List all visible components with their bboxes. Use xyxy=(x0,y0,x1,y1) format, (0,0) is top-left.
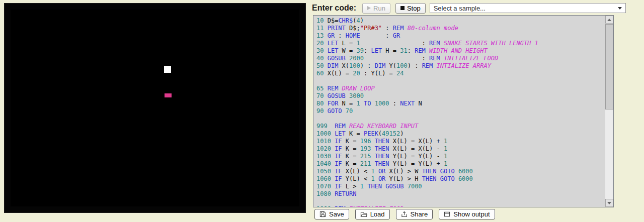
code-line: 1020 IF K = 193 THEN X(L) = X(L) - 1 xyxy=(316,145,605,153)
code-line xyxy=(316,77,605,85)
show-output-button[interactable]: Show output xyxy=(439,209,495,219)
code-text[interactable]: 10 D$=CHR$(4)11 PRINT D$;"PR#3" : REM 80… xyxy=(313,16,605,207)
scroll-down-button[interactable] xyxy=(605,199,613,207)
show-output-button-label: Show output xyxy=(453,210,490,218)
code-line: 70 GOSUB 3000 xyxy=(316,92,605,100)
stop-icon xyxy=(400,6,405,10)
food-cell xyxy=(165,93,172,97)
scroll-down-icon xyxy=(607,202,611,204)
code-line: 1000 LET K = PEEK(49152) xyxy=(316,130,605,138)
code-line: 13 GR : HOME : GR xyxy=(316,32,605,40)
code-line: 60 X(L) = 20 : Y(L) = 24 xyxy=(316,70,605,77)
code-line: 1030 IF K = 215 THEN Y(L) = Y(L) - 1 xyxy=(316,153,605,160)
code-line: 999 REM READ KEYBOARD INPUT xyxy=(316,123,605,130)
save-button[interactable]: Save xyxy=(314,209,349,219)
code-editor[interactable]: 10 D$=CHR$(4)11 PRINT D$;"PR#3" : REM 80… xyxy=(313,15,614,207)
code-line: 1050 IF X(L) < 1 OR X(L) > W THEN GOTO 6… xyxy=(316,168,605,175)
save-button-label: Save xyxy=(329,210,344,218)
chevron-down-icon xyxy=(618,7,622,10)
sample-select-value: Select a sample... xyxy=(434,5,486,12)
code-line xyxy=(316,198,605,205)
code-line: 80 FOR N = 1 TO 1000 : NEXT N xyxy=(316,100,605,107)
share-button[interactable]: Share xyxy=(396,209,433,219)
emulator-screen[interactable] xyxy=(4,3,306,213)
code-line: 30 LET W = 39: LET H = 31: REM WIDTH AND… xyxy=(316,47,605,55)
load-button[interactable]: Load xyxy=(355,209,390,219)
code-line: 1060 IF Y(L) < 1 OR Y(L) > H THEN GOTO 6… xyxy=(316,175,605,183)
share-button-label: Share xyxy=(411,210,428,218)
code-line: 1080 RETURN xyxy=(316,190,605,198)
output-window-icon xyxy=(444,211,450,217)
code-line: 1999 REM INITIALIZE FOOD xyxy=(316,205,605,207)
scrollbar-thumb[interactable] xyxy=(605,24,613,109)
code-line: 90 GOTO 70 xyxy=(316,107,605,115)
save-icon xyxy=(319,211,326,217)
code-line: 1010 IF K = 196 THEN X(L) = X(L) + 1 xyxy=(316,138,605,145)
enter-code-label: Enter code: xyxy=(312,4,356,13)
code-line: 65 REM DRAW LOOP xyxy=(316,85,605,92)
share-icon xyxy=(401,211,408,217)
folder-icon xyxy=(360,211,367,217)
load-button-label: Load xyxy=(370,210,385,218)
code-line: 1070 IF L > 1 THEN GOSUB 7000 xyxy=(316,183,605,190)
scrollbar[interactable] xyxy=(605,16,613,207)
run-button-label: Run xyxy=(373,5,385,12)
scroll-up-button[interactable] xyxy=(605,16,613,24)
snake-cell xyxy=(164,66,171,73)
footer-toolbar: Save Load Share Show output xyxy=(314,209,495,219)
code-line: 20 LET L = 1 : REM SNAKE STARTS WITH LEN… xyxy=(316,40,605,47)
play-icon xyxy=(367,6,371,10)
code-line: 11 PRINT D$;"PR#3" : REM 80-column mode xyxy=(316,25,605,32)
stop-button-label: Stop xyxy=(407,5,421,12)
scroll-up-icon xyxy=(607,19,611,21)
stop-button[interactable]: Stop xyxy=(395,3,426,14)
code-line: 50 DIM X(100) : DIM Y(100) : REM INTIALI… xyxy=(316,62,605,70)
toolbar: Enter code: Run Stop Select a sample... xyxy=(312,3,626,14)
code-line: 10 D$=CHR$(4) xyxy=(316,17,605,25)
run-button[interactable]: Run xyxy=(362,3,390,14)
code-line: 40 GOSUB 2000 : REM INITIALIZE FOOD xyxy=(316,55,605,62)
code-line xyxy=(316,115,605,123)
code-line: 1040 IF K = 211 THEN Y(L) = Y(L) + 1 xyxy=(316,160,605,168)
sample-select[interactable]: Select a sample... xyxy=(430,3,626,13)
